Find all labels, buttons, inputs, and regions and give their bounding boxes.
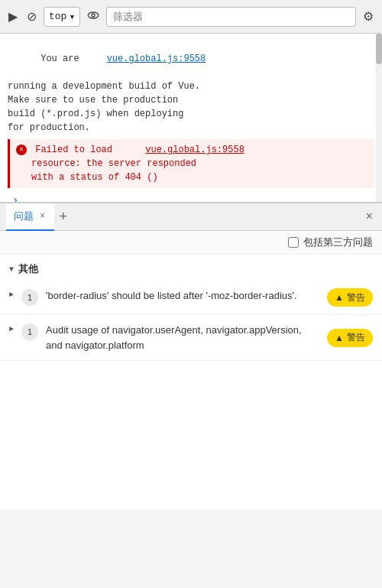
error-icon: ✕ [16,145,27,155]
gear-button[interactable]: ⚙ [361,7,376,26]
console-expand[interactable]: › [8,193,374,202]
filter-row: 包括第三方问题 [0,231,382,255]
warning-badge-0: ▲ 警告 [327,288,373,307]
section-header-other: ▼ 其他 [0,255,382,281]
issue-item-0: ► 1 'border-radius' should be listed aft… [0,281,382,315]
tab-close-icon[interactable]: × [38,211,47,222]
issue-count-badge-1: 1 [21,323,38,340]
svg-point-0 [89,12,99,18]
error-block: ✕ Failed to load vue.global.js:9558 reso… [8,139,374,188]
vue-link[interactable]: vue.global.js:9558 [107,54,206,64]
section-label: 其他 [18,262,38,276]
warning-triangle-icon-1: ▲ [335,333,344,343]
warning-triangle-icon-0: ▲ [335,292,344,303]
stop-button[interactable]: ⊘ [24,7,39,26]
gear-icon: ⚙ [363,9,374,24]
filter-input[interactable] [106,7,356,27]
stop-icon: ⊘ [27,9,37,24]
third-party-filter-label[interactable]: 包括第三方问题 [288,236,373,249]
favicon-link[interactable]: vue.global.js:9558 [145,145,244,155]
console-warning-line5: for production. [8,121,374,135]
console-warning-line: You are vue.global.js:9558 [8,38,374,80]
panel-close-button[interactable]: × [362,210,376,224]
play-button[interactable]: ▶ [6,7,20,26]
issue-expand-0[interactable]: ► [9,291,14,299]
issue-item-1: ► 1 Audit usage of navigator.userAgent, … [0,315,382,361]
issue-text-0: 'border-radius' should be listed after '… [46,288,319,304]
console-content[interactable]: You are vue.global.js:9558 running a dev… [0,34,382,202]
console-warning-line3: Make sure to use the production [8,93,374,107]
warning-label-1: 警告 [347,331,365,344]
top-toolbar: ▶ ⊘ top ▾ ⚙ [0,0,382,34]
section-arrow-icon[interactable]: ▼ [9,265,14,274]
warning-badge-1: ▲ 警告 [327,329,373,347]
tab-issues-label: 问题 [14,210,34,223]
error-text3: with a status of 404 () [31,172,158,183]
error-text2: resource: the server responded [31,158,196,169]
tab-issues[interactable]: 问题 × [6,203,54,231]
issue-count-badge-0: 1 [21,289,38,306]
bottom-panel: 问题 × + × 包括第三方问题 ▼ 其他 ► 1 'border-radius… [0,203,382,509]
play-icon: ▶ [8,9,18,24]
dropdown-arrow-icon: ▾ [69,11,75,23]
warning-label-0: 警告 [347,291,365,304]
level-label: top [49,11,66,22]
scrollbar-thumb[interactable] [376,34,382,64]
level-dropdown[interactable]: top ▾ [44,7,80,27]
issue-text-1: Audit usage of navigator.userAgent, navi… [46,323,319,352]
scrollbar-track[interactable] [376,34,382,202]
third-party-checkbox[interactable] [288,237,299,248]
console-warning-line2: running a development build of Vue. [8,80,374,93]
console-warning-line4: build (*.prod.js) when deploying [8,107,374,121]
error-text: Failed to load vue.global.js:9558 [35,145,244,155]
eye-icon [87,9,99,24]
eye-button[interactable] [85,7,102,26]
console-area: You are vue.global.js:9558 running a dev… [0,34,382,203]
issue-expand-1[interactable]: ► [9,325,14,333]
tab-bar: 问题 × + × [0,203,382,231]
tab-add-button[interactable]: + [54,210,72,225]
svg-point-1 [92,14,95,17]
expand-arrow-icon[interactable]: › [8,193,23,202]
filter-label-text: 包括第三方问题 [303,236,373,249]
